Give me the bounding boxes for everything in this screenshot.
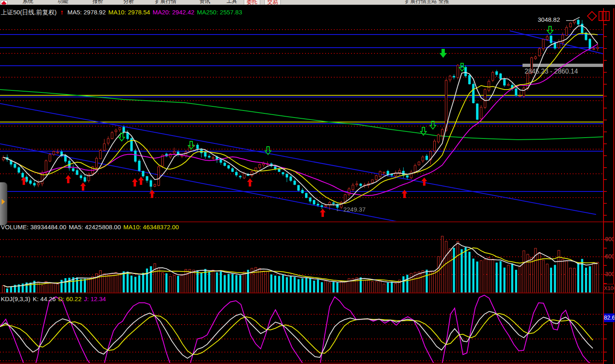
chart-title: 上证50(日线.前复权) bbox=[1, 9, 57, 16]
volume-axis-label: 6000 bbox=[605, 253, 613, 260]
menu-item-highlighted[interactable]: 交易 bbox=[264, 0, 281, 5]
menu-item[interactable]: 功能 bbox=[58, 0, 68, 5]
menu-item[interactable]: 分析 bbox=[123, 0, 134, 5]
kdj-header: KDJ(9,3,3)K: 44.26D: 60.22J: 12.34 bbox=[1, 295, 109, 302]
volume-axis-label: 9000 bbox=[605, 236, 613, 242]
menu-item[interactable]: 报价 bbox=[92, 0, 103, 5]
legend-item: MA10: 46348372.00 bbox=[123, 223, 179, 230]
diamond-icon bbox=[587, 12, 597, 21]
menu-item[interactable]: 扩展行情 bbox=[155, 0, 176, 5]
menu-bar: 扩展行情主站 全推 系统功能报价分析扩展行情资讯工具委托交易 bbox=[0, 0, 615, 5]
legend-item: MA20: 2942.42 bbox=[153, 9, 194, 16]
panel-expander[interactable] bbox=[0, 182, 7, 226]
legend-item: J: 12.34 bbox=[84, 295, 106, 302]
menu-item[interactable]: 资讯 bbox=[199, 0, 210, 5]
volume-header: VOLUME: 38934484.00MA5: 42425808.00MA10:… bbox=[1, 223, 181, 230]
kdj-axis-tag: 82.6 bbox=[604, 313, 615, 322]
legend-item: K: 44.26 bbox=[33, 295, 56, 302]
menu-item-highlighted[interactable]: 委托 bbox=[244, 0, 260, 5]
legend-item: D: 60.22 bbox=[58, 295, 82, 302]
legend-item: MA250: 2557.83 bbox=[197, 9, 242, 16]
low-price-label: ← 2249.37 bbox=[335, 206, 365, 213]
app-logo-icon bbox=[1, 0, 7, 5]
legend-item: MA10: 2978.54 bbox=[108, 9, 150, 16]
legend-item: MA5: 2978.92 bbox=[67, 9, 106, 16]
volume-unit-label: X10000 bbox=[603, 284, 615, 293]
menu-item[interactable]: 系统 bbox=[23, 0, 33, 5]
trading-app: 扩展行情主站 全推 系统功能报价分析扩展行情资讯工具委托交易 上证50(日线.前… bbox=[0, 0, 615, 364]
volume-axis-label: 3000 bbox=[605, 271, 613, 277]
gap-range-label: 2845.23 - 2860.14 bbox=[525, 68, 578, 75]
expand-arrow-icon bbox=[2, 199, 5, 205]
legend-item: MA5: 42425808.00 bbox=[69, 223, 121, 230]
main-chart-header: 上证50(日线.前复权)↑ MA5: 2978.92MA10: 2978.54M… bbox=[1, 9, 245, 16]
legend-item: KDJ(9,3,3) bbox=[1, 295, 30, 302]
legend-item: VOLUME: 38934484.00 bbox=[1, 223, 66, 230]
split-view-icon bbox=[599, 12, 609, 21]
menu-item[interactable]: 工具 bbox=[227, 0, 237, 5]
menu-status-text: 扩展行情主站 全推 bbox=[405, 0, 449, 5]
chart-canvas[interactable] bbox=[0, 0, 615, 364]
peak-price-label: 3048.82 bbox=[538, 16, 560, 23]
up-arrow-icon: ↑ bbox=[60, 9, 63, 16]
